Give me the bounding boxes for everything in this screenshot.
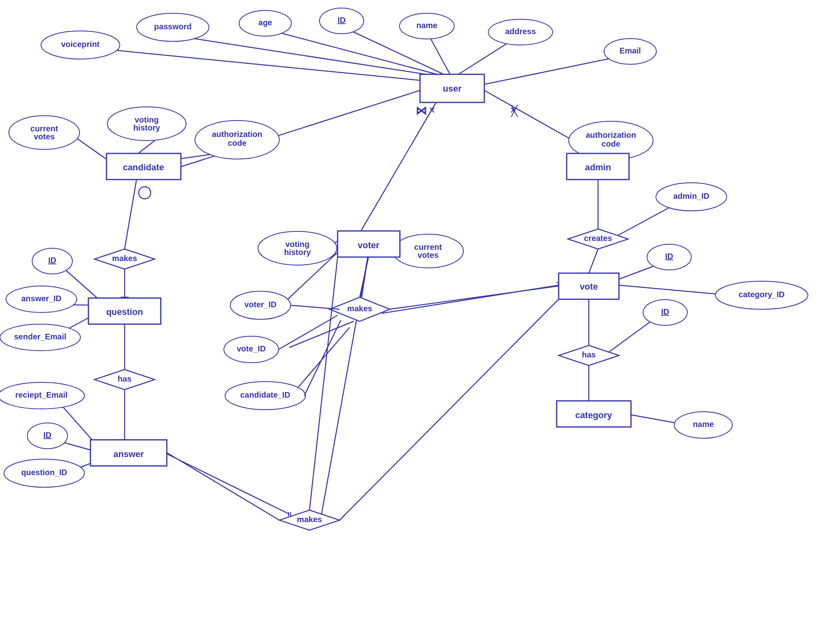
svg-line-12: [74, 137, 109, 161]
svg-line-92: [340, 299, 559, 520]
svg-line-13: [137, 141, 155, 155]
svg-text:history: history: [133, 123, 161, 132]
attr-current-votes-voter-label: current: [414, 243, 442, 251]
entity-admin-label: admin: [585, 162, 611, 172]
attr-category-name-label: name: [693, 420, 714, 429]
attr-current-votes-cand-label: current: [31, 124, 58, 133]
svg-text:code: code: [228, 139, 247, 147]
attr-vote-id-label: vote_ID: [237, 344, 266, 353]
svg-text:votes: votes: [418, 251, 438, 259]
svg-line-50: [167, 454, 289, 514]
attr-password-label: password: [154, 22, 191, 31]
entity-question-label: question: [106, 307, 143, 317]
attr-question-id-label: ID: [48, 256, 56, 265]
svg-line-32: [589, 249, 598, 273]
attr-category-id-label: category_ID: [739, 290, 785, 299]
svg-text:⋈: ⋈: [416, 104, 427, 117]
attr-answer-id2-label: ID: [43, 431, 51, 439]
svg-line-5: [484, 55, 625, 84]
rel-has-vote-label: has: [582, 350, 596, 359]
attr-reciept-email-label: reciept_Email: [15, 390, 68, 399]
svg-text:code: code: [602, 139, 621, 148]
rel-has-question-label: has: [118, 374, 131, 383]
attr-question-id2-label: question_ID: [21, 468, 67, 477]
attr-candidate-id-label: candidate_ID: [240, 390, 290, 399]
attr-auth-code-cand-label: authorization: [212, 130, 262, 139]
attr-creates-id-label: ID: [665, 252, 673, 261]
attr-vote-has-id-label: ID: [661, 307, 669, 316]
entity-candidate-label: candidate: [123, 162, 164, 172]
rel-makes-candidate-label: makes: [112, 254, 137, 263]
svg-line-18: [125, 179, 137, 249]
svg-line-85: [309, 257, 338, 510]
attr-voter-id-label: voter_ID: [244, 300, 277, 309]
rel-creates-label: creates: [584, 234, 612, 243]
attr-voiceprint-label: voiceprint: [61, 40, 100, 49]
attr-voting-hist-voter-label: voting: [285, 240, 309, 249]
attr-auth-code-admin-label: authorization: [586, 131, 636, 139]
attr-answer-id-label: answer_ID: [21, 294, 61, 303]
entity-voter-label: voter: [358, 240, 379, 250]
attr-voting-hist-cand-label: voting: [135, 115, 159, 124]
svg-line-53: [322, 257, 368, 514]
entity-category-label: category: [575, 410, 612, 420]
entity-user-label: user: [443, 84, 462, 94]
svg-line-84: [167, 453, 279, 520]
er-diagram: .entity-rect { fill: white; stroke: #333…: [0, 0, 840, 629]
svg-text:history: history: [284, 248, 311, 257]
attr-admin-id-label: admin_ID: [673, 192, 709, 200]
svg-point-54: [139, 187, 151, 199]
svg-line-80: [360, 257, 369, 297]
svg-line-6: [102, 49, 420, 80]
attr-address-label: address: [505, 27, 536, 36]
svg-line-86: [389, 286, 559, 309]
rel-makes-voter-label: makes: [347, 304, 372, 313]
attr-name-label: name: [416, 21, 437, 30]
attr-age-label: age: [258, 18, 272, 27]
svg-line-8: [360, 102, 436, 233]
rel-makes-answer-label: makes: [297, 515, 322, 524]
attr-user-id-label: ID: [338, 16, 346, 25]
entity-vote-label: vote: [580, 282, 598, 292]
entity-answer-label: answer: [113, 449, 144, 459]
attr-sender-email-label: sender_Email: [14, 332, 66, 341]
svg-text:votes: votes: [34, 132, 55, 141]
attr-email-label: Email: [619, 46, 641, 55]
